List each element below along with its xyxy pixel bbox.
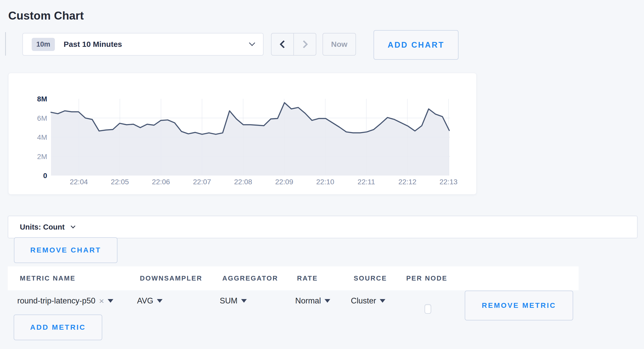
now-button[interactable]: Now: [323, 33, 356, 56]
add-metric-button[interactable]: ADD METRIC: [14, 315, 102, 340]
remove-metric-button[interactable]: REMOVE METRIC: [465, 291, 573, 320]
source-value: Cluster: [351, 296, 376, 306]
svg-text:22:06: 22:06: [152, 178, 170, 186]
svg-text:22:10: 22:10: [316, 178, 334, 186]
svg-text:8M: 8M: [37, 95, 47, 103]
time-back-button[interactable]: [272, 33, 293, 55]
page-title: Custom Chart: [8, 9, 84, 22]
source-dropdown[interactable]: Cluster: [351, 290, 385, 311]
column-header-rate: RATE: [297, 274, 318, 282]
latency-area-chart: 22:0422:0522:0622:0722:0822:0922:1022:11…: [9, 73, 477, 195]
downsampler-value: AVG: [137, 296, 153, 306]
per-node-checkbox[interactable]: [425, 304, 431, 314]
svg-text:22:11: 22:11: [358, 178, 375, 186]
time-forward-button[interactable]: [293, 33, 316, 55]
aggregator-dropdown[interactable]: SUM: [220, 290, 247, 311]
column-header-source: SOURCE: [354, 274, 387, 282]
caret-down-icon: [157, 299, 163, 303]
column-header-downsampler: DOWNSAMPLER: [140, 274, 202, 282]
column-header-per-node: PER NODE: [406, 274, 447, 282]
time-window-dropdown[interactable]: 10m Past 10 Minutes: [22, 33, 264, 56]
svg-text:2M: 2M: [37, 153, 47, 161]
svg-text:22:04: 22:04: [70, 178, 88, 186]
time-window-badge: 10m: [32, 38, 55, 51]
chevron-down-icon: [249, 40, 255, 46]
svg-text:4M: 4M: [37, 133, 47, 141]
svg-text:22:13: 22:13: [439, 178, 457, 186]
svg-text:22:08: 22:08: [234, 178, 252, 186]
chevron-left-icon: [279, 40, 287, 48]
time-window-label: Past 10 Minutes: [64, 40, 122, 49]
chevron-right-icon: [300, 40, 308, 48]
units-label: Units: Count: [20, 223, 65, 231]
time-step-buttons: [271, 33, 316, 56]
svg-text:22:12: 22:12: [398, 178, 416, 186]
rate-value: Normal: [295, 296, 321, 306]
column-header-metric-name: METRIC NAME: [20, 274, 75, 282]
rate-dropdown[interactable]: Normal: [295, 290, 330, 311]
column-header-aggregator: AGGREGATOR: [222, 274, 278, 282]
caret-down-icon: [108, 299, 113, 303]
svg-text:22:05: 22:05: [111, 178, 129, 186]
chevron-down-icon: [71, 224, 75, 228]
toolbar-accent-bar: [5, 32, 6, 56]
caret-down-icon: [241, 299, 247, 303]
caret-down-icon: [380, 299, 385, 303]
units-dropdown[interactable]: Units: Count: [8, 216, 638, 238]
add-chart-button[interactable]: ADD CHART: [374, 30, 459, 60]
metric-name-dropdown[interactable]: round-trip-latency-p50 ×: [17, 290, 113, 311]
metric-name-value: round-trip-latency-p50: [17, 296, 95, 306]
metrics-table-header: METRIC NAME DOWNSAMPLER AGGREGATOR RATE …: [8, 266, 579, 290]
remove-tag-icon[interactable]: ×: [99, 296, 104, 305]
svg-text:22:07: 22:07: [193, 178, 211, 186]
svg-text:0: 0: [43, 172, 47, 180]
aggregator-value: SUM: [220, 296, 238, 306]
custom-chart-card: 22:0422:0522:0622:0722:0822:0922:1022:11…: [8, 73, 477, 195]
downsampler-dropdown[interactable]: AVG: [137, 290, 163, 311]
remove-chart-button[interactable]: REMOVE CHART: [14, 237, 117, 263]
svg-text:22:09: 22:09: [275, 178, 293, 186]
svg-text:6M: 6M: [37, 114, 47, 122]
caret-down-icon: [325, 299, 330, 303]
